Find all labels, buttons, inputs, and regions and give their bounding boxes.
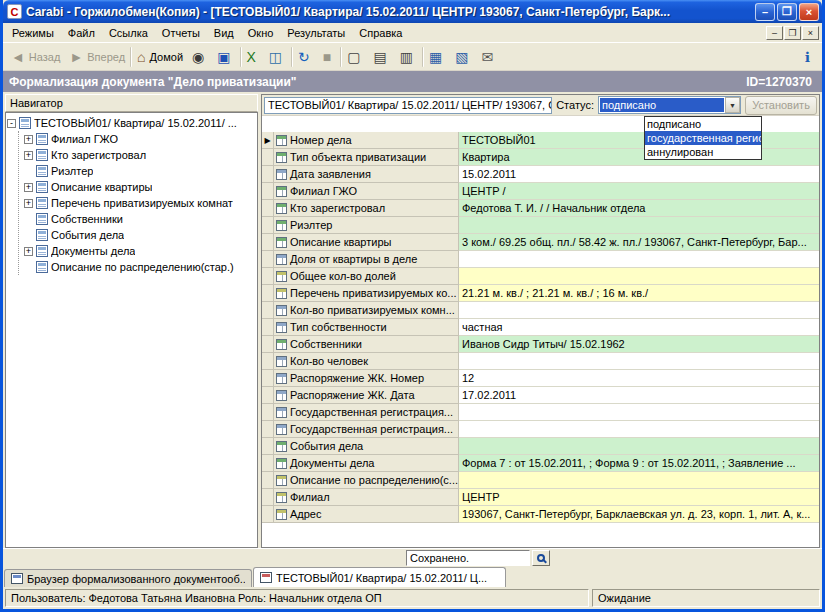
back-button[interactable]: ◄ Назад bbox=[7, 46, 64, 68]
field-value-cell[interactable]: ТЕСТОВЫЙ01 bbox=[459, 132, 819, 149]
table-row[interactable]: ▶ Собственники Иванов Сидр Титыч/ 15.02.… bbox=[262, 336, 819, 353]
table-row[interactable]: ▶ Государственная регистрация... bbox=[262, 421, 819, 438]
field-value-cell[interactable]: 3 ком./ 69.25 общ. пл./ 58.42 ж. пл./ 19… bbox=[459, 234, 819, 251]
home-button[interactable]: ⌂ Домой bbox=[133, 46, 187, 68]
expand-icon[interactable]: + bbox=[24, 183, 33, 192]
document-tab[interactable]: ТЕСТОВЫЙ01/ Квартира/ 15.02.2011/ Ц... bbox=[253, 567, 506, 587]
attachment-button[interactable]: ✉ bbox=[477, 46, 501, 68]
menu-item[interactable]: Отчеты bbox=[155, 25, 207, 41]
print-button[interactable]: ▤ bbox=[370, 46, 395, 68]
forward-button[interactable]: ► Вперед bbox=[65, 46, 129, 68]
document-tab[interactable]: Браузер формализованного документооб... bbox=[4, 569, 252, 587]
expand-icon[interactable]: + bbox=[24, 135, 33, 144]
table-row[interactable]: ▶ Общее кол-во долей bbox=[262, 268, 819, 285]
field-value-cell[interactable] bbox=[459, 268, 819, 285]
document-path-field[interactable]: ТЕСТОВЫЙ01/ Квартира/ 15.02.2011/ ЦЕНТР/… bbox=[264, 97, 552, 114]
mdi-close-button[interactable]: × bbox=[802, 26, 819, 40]
minimize-button[interactable]: – bbox=[755, 3, 775, 21]
menu-item[interactable]: Вид bbox=[207, 25, 241, 41]
field-value-cell[interactable]: 21.21 м. кв./ ; 21.21 м. кв./ ; 16 м. кв… bbox=[459, 285, 819, 302]
excel-export-button[interactable]: X bbox=[243, 46, 264, 68]
search-button[interactable]: ◉ bbox=[188, 46, 212, 68]
collapse-icon[interactable]: - bbox=[7, 119, 16, 128]
table-row[interactable]: ▶ Описание по распределению(с... bbox=[262, 472, 819, 489]
field-value-cell[interactable] bbox=[459, 404, 819, 421]
tree-item[interactable]: + Филиал ГЖО bbox=[24, 131, 256, 147]
menu-item[interactable]: Результаты bbox=[280, 25, 352, 41]
field-value-cell[interactable] bbox=[459, 438, 819, 455]
menu-item[interactable]: Ссылка bbox=[102, 25, 155, 41]
field-value-cell[interactable]: Квартира bbox=[459, 149, 819, 166]
table-row[interactable]: ▶ Филиал ЦЕНТР bbox=[262, 489, 819, 506]
field-value-cell[interactable]: Иванов Сидр Титыч/ 15.02.1962 bbox=[459, 336, 819, 353]
table-row[interactable]: ▶ Филиал ГЖО ЦЕНТР / bbox=[262, 183, 819, 200]
tree-item[interactable]: Собственники bbox=[24, 211, 256, 227]
view-log-button[interactable] bbox=[532, 550, 550, 566]
table-row[interactable]: ▶ Государственная регистрация... bbox=[262, 404, 819, 421]
maximize-button[interactable]: ❐ bbox=[777, 3, 797, 21]
field-value-cell[interactable]: 15.02.2011 bbox=[459, 166, 819, 183]
table-row[interactable]: ▶ Доля от квартиры в деле bbox=[262, 251, 819, 268]
status-combobox[interactable]: подписано ▼ bbox=[598, 96, 741, 114]
expand-icon[interactable]: + bbox=[24, 199, 33, 208]
field-value-cell[interactable]: частная bbox=[459, 319, 819, 336]
table-view-button[interactable]: ▦ bbox=[425, 46, 450, 68]
dropdown-option[interactable]: аннулирован bbox=[645, 145, 761, 159]
tree-item[interactable]: Риэлтер bbox=[24, 163, 256, 179]
expand-icon[interactable]: + bbox=[24, 151, 33, 160]
refresh-button[interactable]: ↻ bbox=[294, 46, 318, 68]
field-value-cell[interactable]: ЦЕНТР bbox=[459, 489, 819, 506]
table-row[interactable]: ▶ Риэлтер bbox=[262, 217, 819, 234]
tree-item[interactable]: + Описание квартиры bbox=[24, 179, 256, 195]
set-status-button[interactable]: Установить bbox=[745, 96, 817, 115]
close-button[interactable]: × bbox=[799, 3, 819, 21]
table-row[interactable]: ▶ Тип собственности частная bbox=[262, 319, 819, 336]
tree-item[interactable]: + Перечень приватизируемых комнат bbox=[24, 195, 256, 211]
field-value-cell[interactable]: 12 bbox=[459, 370, 819, 387]
field-value-cell[interactable] bbox=[459, 251, 819, 268]
field-value-cell[interactable]: ЦЕНТР / bbox=[459, 183, 819, 200]
field-value-cell[interactable]: 17.02.2011 bbox=[459, 387, 819, 404]
table-row[interactable]: ▶ Адрес 193067, Санкт-Петербург, Барклае… bbox=[262, 506, 819, 523]
dropdown-option[interactable]: подписано bbox=[645, 117, 761, 131]
table-row[interactable]: ▶ Кол-во приватизируемых комн... bbox=[262, 302, 819, 319]
expand-icon[interactable]: + bbox=[24, 247, 33, 256]
table-row[interactable]: ▶ Перечень приватизируемых ко... 21.21 м… bbox=[262, 285, 819, 302]
field-value-cell[interactable] bbox=[459, 302, 819, 319]
tree-item-root[interactable]: - ТЕСТОВЫЙ01/ Квартира/ 15.02.2011/ ... bbox=[7, 115, 256, 131]
field-value-cell[interactable] bbox=[459, 217, 819, 234]
menu-item[interactable]: Файл bbox=[61, 25, 102, 41]
menu-item[interactable]: Справка bbox=[352, 25, 409, 41]
form-view-button[interactable]: ▧ bbox=[451, 46, 476, 68]
field-value-cell[interactable] bbox=[459, 421, 819, 438]
mdi-minimize-button[interactable]: – bbox=[766, 26, 783, 40]
tree-item[interactable]: События дела bbox=[24, 227, 256, 243]
tree-item[interactable]: Описание по распределению(стар.) bbox=[24, 259, 256, 275]
tree-item[interactable]: + Кто зарегистровал bbox=[24, 147, 256, 163]
chevron-down-icon[interactable]: ▼ bbox=[725, 97, 740, 113]
table-row[interactable]: ▶ События дела bbox=[262, 438, 819, 455]
field-value-cell[interactable]: Федотова Т. И. / / Начальник отдела bbox=[459, 200, 819, 217]
mdi-restore-button[interactable]: ❐ bbox=[784, 26, 801, 40]
table-row[interactable]: ▶ Документы дела Форма 7 : от 15.02.2011… bbox=[262, 455, 819, 472]
info-button[interactable]: ℹ bbox=[801, 46, 818, 68]
table-row[interactable]: ▶ Описание квартиры 3 ком./ 69.25 общ. п… bbox=[262, 234, 819, 251]
dropdown-option[interactable]: государственная регистрация bbox=[645, 131, 761, 145]
table-row[interactable]: ▶ Кто зарегистровал Федотова Т. И. / / Н… bbox=[262, 200, 819, 217]
table-row[interactable]: ▶ Распоряжение ЖК. Дата 17.02.2011 bbox=[262, 387, 819, 404]
stop-button[interactable]: ■ bbox=[319, 46, 339, 68]
menu-item[interactable]: Режимы bbox=[5, 25, 61, 41]
field-value-cell[interactable] bbox=[459, 353, 819, 370]
page-setup-button[interactable]: ▥ bbox=[396, 46, 421, 68]
table-row[interactable]: ▶ Дата заявления 15.02.2011 bbox=[262, 166, 819, 183]
field-value-cell[interactable]: Форма 7 : от 15.02.2011, ; Форма 9 : от … bbox=[459, 455, 819, 472]
table-row[interactable]: ▶ Распоряжение ЖК. Номер 12 bbox=[262, 370, 819, 387]
print-preview-button[interactable]: ▢ bbox=[343, 46, 368, 68]
table-row[interactable]: ▶ Кол-во человек bbox=[262, 353, 819, 370]
tree-item[interactable]: + Документы дела bbox=[24, 243, 256, 259]
save-button[interactable]: ▣ bbox=[213, 46, 238, 68]
field-value-cell[interactable] bbox=[459, 472, 819, 489]
data-source-button[interactable]: ◫ bbox=[265, 46, 290, 68]
menu-item[interactable]: Окно bbox=[241, 25, 281, 41]
field-value-cell[interactable]: 193067, Санкт-Петербург, Барклаевская ул… bbox=[459, 506, 819, 523]
